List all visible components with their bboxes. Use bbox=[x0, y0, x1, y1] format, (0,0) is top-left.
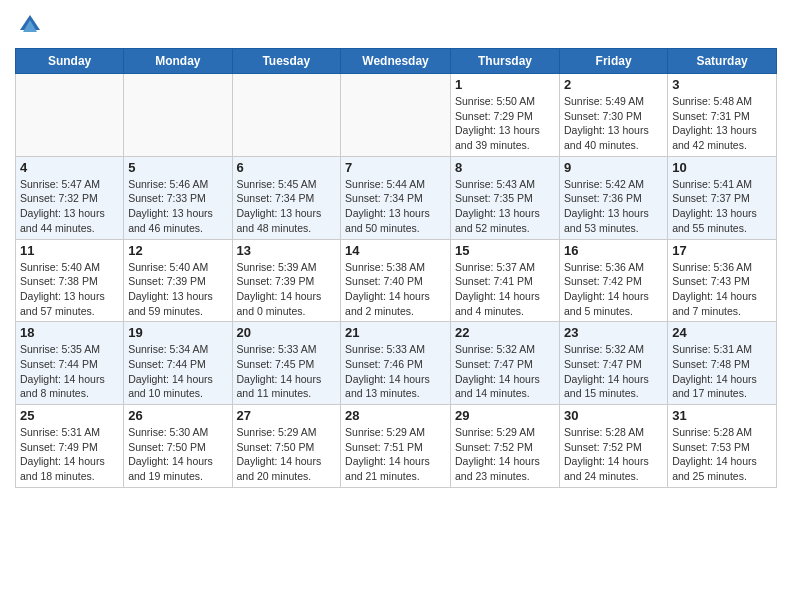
calendar-cell: 18Sunrise: 5:35 AM Sunset: 7:44 PM Dayli… bbox=[16, 322, 124, 405]
calendar-cell: 29Sunrise: 5:29 AM Sunset: 7:52 PM Dayli… bbox=[451, 405, 560, 488]
day-number: 9 bbox=[564, 160, 663, 175]
calendar-cell: 9Sunrise: 5:42 AM Sunset: 7:36 PM Daylig… bbox=[560, 156, 668, 239]
day-info: Sunrise: 5:48 AM Sunset: 7:31 PM Dayligh… bbox=[672, 94, 772, 153]
header bbox=[15, 10, 777, 40]
day-info: Sunrise: 5:38 AM Sunset: 7:40 PM Dayligh… bbox=[345, 260, 446, 319]
day-info: Sunrise: 5:46 AM Sunset: 7:33 PM Dayligh… bbox=[128, 177, 227, 236]
calendar-cell bbox=[232, 74, 341, 157]
calendar-cell: 15Sunrise: 5:37 AM Sunset: 7:41 PM Dayli… bbox=[451, 239, 560, 322]
day-number: 10 bbox=[672, 160, 772, 175]
calendar-cell: 31Sunrise: 5:28 AM Sunset: 7:53 PM Dayli… bbox=[668, 405, 777, 488]
day-info: Sunrise: 5:39 AM Sunset: 7:39 PM Dayligh… bbox=[237, 260, 337, 319]
day-info: Sunrise: 5:32 AM Sunset: 7:47 PM Dayligh… bbox=[455, 342, 555, 401]
day-info: Sunrise: 5:29 AM Sunset: 7:51 PM Dayligh… bbox=[345, 425, 446, 484]
day-number: 8 bbox=[455, 160, 555, 175]
calendar-table: SundayMondayTuesdayWednesdayThursdayFrid… bbox=[15, 48, 777, 488]
day-info: Sunrise: 5:49 AM Sunset: 7:30 PM Dayligh… bbox=[564, 94, 663, 153]
calendar-week-2: 4Sunrise: 5:47 AM Sunset: 7:32 PM Daylig… bbox=[16, 156, 777, 239]
day-info: Sunrise: 5:50 AM Sunset: 7:29 PM Dayligh… bbox=[455, 94, 555, 153]
calendar-cell: 14Sunrise: 5:38 AM Sunset: 7:40 PM Dayli… bbox=[341, 239, 451, 322]
day-number: 31 bbox=[672, 408, 772, 423]
day-info: Sunrise: 5:41 AM Sunset: 7:37 PM Dayligh… bbox=[672, 177, 772, 236]
weekday-header-wednesday: Wednesday bbox=[341, 49, 451, 74]
weekday-header-row: SundayMondayTuesdayWednesdayThursdayFrid… bbox=[16, 49, 777, 74]
day-number: 21 bbox=[345, 325, 446, 340]
day-info: Sunrise: 5:37 AM Sunset: 7:41 PM Dayligh… bbox=[455, 260, 555, 319]
day-info: Sunrise: 5:31 AM Sunset: 7:49 PM Dayligh… bbox=[20, 425, 119, 484]
calendar-cell: 25Sunrise: 5:31 AM Sunset: 7:49 PM Dayli… bbox=[16, 405, 124, 488]
calendar-cell bbox=[341, 74, 451, 157]
calendar-week-4: 18Sunrise: 5:35 AM Sunset: 7:44 PM Dayli… bbox=[16, 322, 777, 405]
calendar-cell: 23Sunrise: 5:32 AM Sunset: 7:47 PM Dayli… bbox=[560, 322, 668, 405]
calendar-cell: 2Sunrise: 5:49 AM Sunset: 7:30 PM Daylig… bbox=[560, 74, 668, 157]
day-info: Sunrise: 5:28 AM Sunset: 7:52 PM Dayligh… bbox=[564, 425, 663, 484]
weekday-header-sunday: Sunday bbox=[16, 49, 124, 74]
calendar-cell: 7Sunrise: 5:44 AM Sunset: 7:34 PM Daylig… bbox=[341, 156, 451, 239]
calendar-cell: 27Sunrise: 5:29 AM Sunset: 7:50 PM Dayli… bbox=[232, 405, 341, 488]
logo-icon bbox=[15, 10, 45, 40]
day-number: 22 bbox=[455, 325, 555, 340]
weekday-header-monday: Monday bbox=[124, 49, 232, 74]
calendar-cell: 5Sunrise: 5:46 AM Sunset: 7:33 PM Daylig… bbox=[124, 156, 232, 239]
day-number: 25 bbox=[20, 408, 119, 423]
day-number: 20 bbox=[237, 325, 337, 340]
day-number: 26 bbox=[128, 408, 227, 423]
day-number: 27 bbox=[237, 408, 337, 423]
weekday-header-saturday: Saturday bbox=[668, 49, 777, 74]
day-info: Sunrise: 5:30 AM Sunset: 7:50 PM Dayligh… bbox=[128, 425, 227, 484]
day-number: 1 bbox=[455, 77, 555, 92]
calendar-cell: 21Sunrise: 5:33 AM Sunset: 7:46 PM Dayli… bbox=[341, 322, 451, 405]
calendar-cell: 24Sunrise: 5:31 AM Sunset: 7:48 PM Dayli… bbox=[668, 322, 777, 405]
day-number: 19 bbox=[128, 325, 227, 340]
day-info: Sunrise: 5:45 AM Sunset: 7:34 PM Dayligh… bbox=[237, 177, 337, 236]
calendar-cell: 16Sunrise: 5:36 AM Sunset: 7:42 PM Dayli… bbox=[560, 239, 668, 322]
calendar-cell: 13Sunrise: 5:39 AM Sunset: 7:39 PM Dayli… bbox=[232, 239, 341, 322]
day-number: 11 bbox=[20, 243, 119, 258]
calendar-cell: 1Sunrise: 5:50 AM Sunset: 7:29 PM Daylig… bbox=[451, 74, 560, 157]
calendar-week-5: 25Sunrise: 5:31 AM Sunset: 7:49 PM Dayli… bbox=[16, 405, 777, 488]
day-number: 23 bbox=[564, 325, 663, 340]
calendar-cell: 12Sunrise: 5:40 AM Sunset: 7:39 PM Dayli… bbox=[124, 239, 232, 322]
day-number: 2 bbox=[564, 77, 663, 92]
calendar-cell: 20Sunrise: 5:33 AM Sunset: 7:45 PM Dayli… bbox=[232, 322, 341, 405]
calendar-cell: 30Sunrise: 5:28 AM Sunset: 7:52 PM Dayli… bbox=[560, 405, 668, 488]
day-number: 5 bbox=[128, 160, 227, 175]
day-info: Sunrise: 5:44 AM Sunset: 7:34 PM Dayligh… bbox=[345, 177, 446, 236]
day-number: 7 bbox=[345, 160, 446, 175]
day-number: 15 bbox=[455, 243, 555, 258]
day-number: 3 bbox=[672, 77, 772, 92]
day-number: 4 bbox=[20, 160, 119, 175]
calendar-week-1: 1Sunrise: 5:50 AM Sunset: 7:29 PM Daylig… bbox=[16, 74, 777, 157]
day-number: 14 bbox=[345, 243, 446, 258]
day-info: Sunrise: 5:33 AM Sunset: 7:46 PM Dayligh… bbox=[345, 342, 446, 401]
day-info: Sunrise: 5:47 AM Sunset: 7:32 PM Dayligh… bbox=[20, 177, 119, 236]
day-number: 29 bbox=[455, 408, 555, 423]
calendar-cell bbox=[16, 74, 124, 157]
day-info: Sunrise: 5:35 AM Sunset: 7:44 PM Dayligh… bbox=[20, 342, 119, 401]
calendar-cell: 3Sunrise: 5:48 AM Sunset: 7:31 PM Daylig… bbox=[668, 74, 777, 157]
day-info: Sunrise: 5:40 AM Sunset: 7:39 PM Dayligh… bbox=[128, 260, 227, 319]
calendar-cell: 4Sunrise: 5:47 AM Sunset: 7:32 PM Daylig… bbox=[16, 156, 124, 239]
calendar-cell: 19Sunrise: 5:34 AM Sunset: 7:44 PM Dayli… bbox=[124, 322, 232, 405]
calendar-cell: 6Sunrise: 5:45 AM Sunset: 7:34 PM Daylig… bbox=[232, 156, 341, 239]
day-number: 28 bbox=[345, 408, 446, 423]
page: SundayMondayTuesdayWednesdayThursdayFrid… bbox=[0, 0, 792, 612]
calendar-cell: 11Sunrise: 5:40 AM Sunset: 7:38 PM Dayli… bbox=[16, 239, 124, 322]
logo bbox=[15, 10, 49, 40]
day-info: Sunrise: 5:40 AM Sunset: 7:38 PM Dayligh… bbox=[20, 260, 119, 319]
day-info: Sunrise: 5:28 AM Sunset: 7:53 PM Dayligh… bbox=[672, 425, 772, 484]
day-number: 24 bbox=[672, 325, 772, 340]
day-number: 30 bbox=[564, 408, 663, 423]
day-number: 6 bbox=[237, 160, 337, 175]
calendar-cell: 28Sunrise: 5:29 AM Sunset: 7:51 PM Dayli… bbox=[341, 405, 451, 488]
day-info: Sunrise: 5:33 AM Sunset: 7:45 PM Dayligh… bbox=[237, 342, 337, 401]
day-info: Sunrise: 5:36 AM Sunset: 7:43 PM Dayligh… bbox=[672, 260, 772, 319]
weekday-header-friday: Friday bbox=[560, 49, 668, 74]
day-info: Sunrise: 5:29 AM Sunset: 7:50 PM Dayligh… bbox=[237, 425, 337, 484]
calendar-cell: 17Sunrise: 5:36 AM Sunset: 7:43 PM Dayli… bbox=[668, 239, 777, 322]
day-info: Sunrise: 5:42 AM Sunset: 7:36 PM Dayligh… bbox=[564, 177, 663, 236]
day-info: Sunrise: 5:32 AM Sunset: 7:47 PM Dayligh… bbox=[564, 342, 663, 401]
day-number: 17 bbox=[672, 243, 772, 258]
calendar-cell: 8Sunrise: 5:43 AM Sunset: 7:35 PM Daylig… bbox=[451, 156, 560, 239]
calendar-cell bbox=[124, 74, 232, 157]
